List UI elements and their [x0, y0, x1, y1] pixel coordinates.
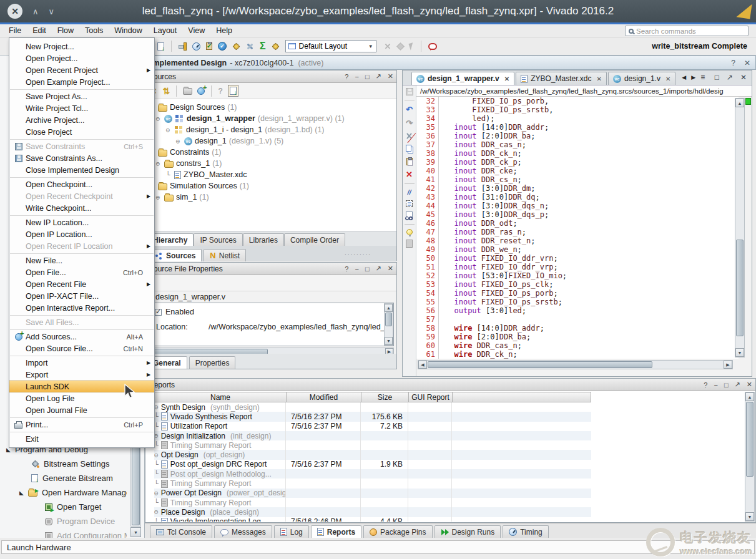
cut-icon[interactable] [405, 132, 413, 140]
menu-item-save-all-files[interactable]: Save All Files... [9, 316, 154, 328]
reports-vscroll[interactable]: ▲ ▼ [745, 392, 755, 522]
menu-item-save-constraints[interactable]: Save ConstraintsCtrl+S [9, 140, 154, 152]
tab-close-icon[interactable]: ✕ [504, 75, 509, 82]
flow-nav-bitstream-settings[interactable]: Bitstream Settings [0, 457, 127, 471]
menu-item-open-ip-xact-file[interactable]: Open IP-XACT File... [9, 290, 154, 302]
report-row-post-opt-design-methodolog[interactable]: └Post opt_design Methodolog... [154, 469, 591, 479]
group-expander-icon[interactable]: ⊖ [154, 451, 159, 459]
editor-tab-design-1-wrapper-v[interactable]: design_1_wrapper.v✕ [411, 72, 514, 85]
comment-icon[interactable] [407, 188, 411, 196]
menu-item-open-recent-project[interactable]: Open Recent Project▶ [9, 64, 154, 76]
undo-icon[interactable] [406, 105, 413, 114]
menu-item-open-ip-location[interactable]: Open IP Location... [9, 228, 154, 240]
menu-item-new-ip-location[interactable]: New IP Location... [9, 216, 154, 228]
doc-dim-icon[interactable] [406, 240, 413, 248]
help-dim-icon[interactable] [218, 87, 222, 95]
enabled-checkbox[interactable] [155, 309, 162, 316]
tree-item-design-1[interactable]: ⊖design_1 (design_1.v) (5) [145, 135, 396, 147]
menu-item-open-recent-file[interactable]: Open Recent File▶ [9, 278, 154, 290]
menu-item-archive-project[interactable]: Archive Project... [9, 114, 154, 126]
sources-minimize-icon[interactable]: − [355, 73, 358, 80]
menu-item-export[interactable]: Export▶ [9, 369, 154, 381]
column-header-size[interactable]: Size [361, 392, 409, 402]
menu-item-write-project-tcl[interactable]: Write Project Tcl... [9, 102, 154, 114]
workspace-close-icon[interactable]: ✕ [744, 59, 750, 67]
menu-item-import[interactable]: Import▶ [9, 357, 154, 369]
tree-expander-icon[interactable]: ⊖ [174, 137, 182, 145]
tree-item-design-1-i-design-1[interactable]: ⊖design_1_i - design_1 (design_1.bd) (1) [145, 124, 396, 135]
reports-maximize-icon[interactable]: □ [724, 381, 729, 389]
layout-gear-icon[interactable] [273, 44, 278, 49]
sources-help-icon[interactable]: ? [345, 73, 348, 80]
dim-diamond-icon[interactable] [396, 42, 405, 51]
splitter-handle[interactable]: ......... [345, 250, 371, 256]
tree-item-zybo-master-xdc[interactable]: └ZYBO_Master.xdc [145, 169, 396, 180]
dim-cursor-icon[interactable] [408, 42, 415, 51]
tree-item-simulation-sources[interactable]: Simulation Sources (1) [145, 180, 396, 192]
menu-item-save-constraints-as[interactable]: Save Constraints As... [9, 152, 154, 164]
tab-libraries[interactable]: Libraries [243, 233, 284, 246]
tools-icon[interactable] [246, 42, 254, 51]
flow-nav-generate-bitstream[interactable]: Generate Bitstream [0, 471, 127, 485]
report-row-utilization-report[interactable]: └Utilization Report7/5/16 2:37 PM7.2 KB [154, 422, 591, 431]
report-row-timing-summary-report[interactable]: └Timing Summary Report [154, 479, 591, 488]
menu-item-new-file[interactable]: New File... [9, 255, 154, 266]
properties-float-icon[interactable]: ↗ [376, 265, 381, 273]
tab-close-icon[interactable]: ✕ [665, 75, 670, 82]
menu-file[interactable]: File [3, 25, 27, 36]
tab-next-icon[interactable]: ▶ [691, 74, 695, 80]
tab-reports[interactable]: Reports [311, 525, 361, 538]
code-area[interactable]: 32 FIXED_IO_ps_porb,33 FIXED_IO_ps_srstb… [416, 97, 739, 359]
tab-tcl-console[interactable]: Tcl Console [150, 525, 212, 538]
search-input[interactable]: Search commands [625, 26, 749, 36]
menu-layout[interactable]: Layout [148, 25, 183, 36]
tree-item-sim-1[interactable]: ⊖sim_1 (1) [145, 192, 396, 203]
block-select-icon[interactable] [406, 200, 413, 207]
tree-item-design-sources[interactable]: Design Sources (1) [145, 102, 396, 113]
report-row-post-opt-design-drc-report[interactable]: └Post opt_design DRC Report7/5/16 2:37 P… [154, 460, 591, 469]
tree-expander-icon[interactable]: ⊖ [154, 115, 162, 123]
properties-help-icon[interactable]: ? [345, 265, 348, 273]
clipboard-check-icon[interactable] [206, 42, 212, 50]
editor-close-icon[interactable]: ✕ [740, 73, 747, 82]
report-row-power-opt-design[interactable]: ⊖Power Opt Design(power_opt_design) [154, 489, 591, 498]
flow-navigator-scroll-down-icon[interactable]: ▼ [130, 527, 141, 537]
tree-expander-icon[interactable]: ⊖ [154, 160, 162, 168]
tree-expander-icon[interactable]: ⊖ [154, 193, 162, 202]
flow-nav-open-hardware-manage[interactable]: Open Hardware Manage [0, 485, 127, 500]
report-row-synth-design[interactable]: ⊖Synth Design(synth_design) [154, 402, 591, 412]
bulb-icon[interactable] [406, 229, 413, 235]
menu-view[interactable]: View [182, 25, 210, 36]
editor-maximize-icon[interactable]: □ [715, 73, 719, 82]
sum-icon[interactable] [260, 41, 266, 51]
reports-float-icon[interactable]: ↗ [735, 381, 740, 389]
tab-design-runs[interactable]: Design Runs [434, 525, 501, 538]
report-row-vivado-implementation-log[interactable]: └Vivado Implementation Log7/5/16 2:46 PM… [154, 517, 591, 522]
menu-item-open-checkpoint[interactable]: Open Checkpoint... [9, 178, 154, 190]
menu-item-add-sources[interactable]: Add Sources...Alt+A [9, 331, 154, 343]
run-bitstream-icon[interactable] [157, 42, 164, 51]
settings-gear-icon[interactable] [233, 44, 239, 49]
properties-close-icon[interactable]: ✕ [388, 265, 393, 273]
paste-icon[interactable] [406, 158, 413, 165]
menu-item-open-interactive-report[interactable]: Open Interactive Report... [9, 302, 154, 314]
report-row-timing-summary-report[interactable]: └Timing Summary Report [154, 440, 591, 450]
folder-open-icon[interactable] [183, 88, 192, 95]
editor-hscroll[interactable]: ◀ ▶ [418, 360, 733, 369]
flow-nav-add-configuration-m[interactable]: Add Configuration M [0, 528, 127, 538]
validate-icon[interactable] [218, 42, 227, 51]
menu-item-print[interactable]: Print...Ctrl+P [9, 419, 154, 430]
report-row-place-design[interactable]: ⊖Place Design(place_design) [154, 507, 591, 517]
group-expander-icon[interactable]: ⊖ [154, 508, 159, 516]
menu-item-new-project[interactable]: New Project... [9, 41, 154, 52]
menu-help[interactable]: Help [210, 25, 238, 36]
tree-item-design-1-wrapper[interactable]: ⊖design_1_wrapper (design_1_wrapper.v) (… [145, 113, 396, 124]
group-expander-icon[interactable]: ⊖ [154, 489, 159, 497]
reports-minimize-icon[interactable]: − [714, 381, 717, 389]
menu-item-close-implemented-design[interactable]: Close Implemented Design [9, 164, 154, 176]
column-header-modified[interactable]: Modified [287, 392, 361, 402]
flow-nav-program-device[interactable]: Program Device [0, 514, 127, 528]
menu-item-save-project-as[interactable]: Save Project As... [9, 90, 154, 102]
tab-netlist[interactable]: Netlist [204, 249, 246, 261]
menu-item-exit[interactable]: Exit [9, 433, 154, 445]
